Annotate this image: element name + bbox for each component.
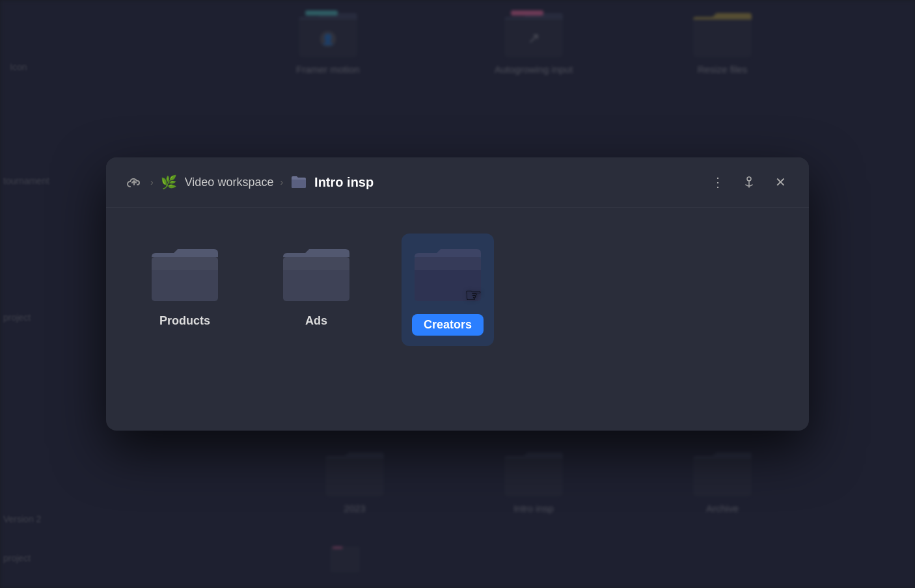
anchor-button[interactable]	[739, 172, 759, 193]
folder-icon-wrapper-products	[149, 244, 221, 304]
modal-header: › 🌿 Video workspace › Intro insp ⋮	[106, 157, 809, 207]
svg-rect-17	[283, 257, 349, 270]
breadcrumb-chevron-2: ›	[280, 177, 283, 187]
folder-label-ads: Ads	[305, 314, 327, 328]
close-button[interactable]: ✕	[770, 172, 791, 193]
folder-item-products[interactable]: Products	[139, 234, 231, 338]
folder-item-creators[interactable]: ☞ Creators	[402, 234, 494, 346]
svg-point-13	[747, 177, 751, 181]
modal-overlay: › 🌿 Video workspace › Intro insp ⋮	[0, 0, 915, 588]
more-options-button[interactable]: ⋮	[707, 172, 728, 193]
breadcrumb-workspace-icon: 🌿	[160, 173, 178, 191]
modal-body: Products Ads	[106, 207, 809, 431]
breadcrumb-home-icon[interactable]	[124, 172, 144, 192]
folder-icon-wrapper-ads	[280, 244, 352, 304]
breadcrumb-current-label: Intro insp	[314, 175, 701, 190]
folder-label-products: Products	[159, 314, 210, 328]
svg-rect-19	[415, 257, 481, 270]
header-actions: ⋮ ✕	[707, 172, 791, 193]
folder-icon-wrapper-creators: ☞	[412, 244, 484, 304]
breadcrumb-workspace-label[interactable]: Video workspace	[185, 176, 274, 189]
breadcrumb-folder-icon	[290, 173, 308, 191]
modal-dialog: › 🌿 Video workspace › Intro insp ⋮	[106, 157, 809, 431]
cursor-icon: ☞	[465, 284, 482, 306]
breadcrumb-chevron-1: ›	[150, 177, 154, 187]
folder-item-ads[interactable]: Ads	[270, 234, 362, 338]
folder-label-creators: Creators	[412, 314, 484, 336]
svg-rect-15	[152, 257, 218, 270]
